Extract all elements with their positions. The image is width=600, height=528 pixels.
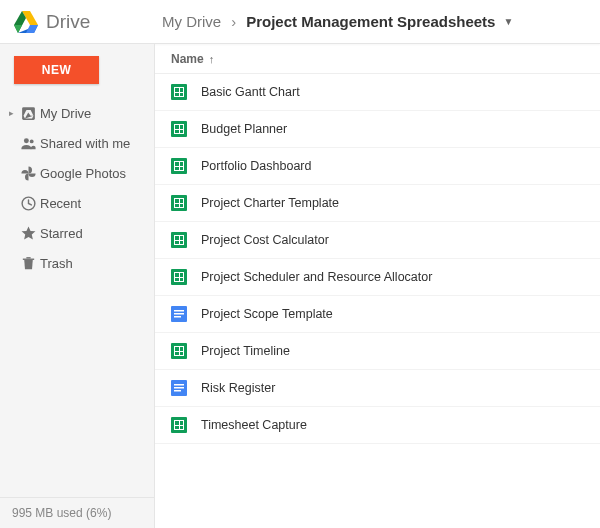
starred-icon	[16, 225, 40, 242]
sidebar-item-label: Shared with me	[40, 136, 130, 151]
recent-icon	[16, 195, 40, 212]
file-name: Project Charter Template	[201, 196, 339, 210]
sheets-icon	[171, 195, 201, 211]
file-row[interactable]: Budget Planner	[155, 111, 600, 148]
chevron-down-icon: ▼	[503, 16, 513, 27]
file-row[interactable]: Project Scheduler and Resource Allocator	[155, 259, 600, 296]
sidebar-item-label: Google Photos	[40, 166, 126, 181]
trash-icon	[16, 255, 40, 272]
svg-point-9	[23, 138, 28, 143]
new-button[interactable]: NEW	[14, 56, 99, 84]
storage-status[interactable]: 995 MB used (6%)	[0, 497, 154, 528]
file-name: Budget Planner	[201, 122, 287, 136]
sheets-icon	[171, 158, 201, 174]
sidebar-item-label: My Drive	[40, 106, 91, 121]
file-list: Name ↑ Basic Gantt ChartBudget PlannerPo…	[155, 44, 600, 528]
sidebar-item-shared[interactable]: Shared with me	[0, 128, 154, 158]
drive-logo-text: Drive	[46, 11, 90, 33]
file-name: Risk Register	[201, 381, 275, 395]
file-row[interactable]: Basic Gantt Chart	[155, 74, 600, 111]
file-row[interactable]: Portfolio Dashboard	[155, 148, 600, 185]
file-name: Portfolio Dashboard	[201, 159, 311, 173]
svg-point-10	[29, 139, 33, 143]
sheets-icon	[171, 84, 201, 100]
file-row[interactable]: Risk Register	[155, 370, 600, 407]
file-row[interactable]: Project Charter Template	[155, 185, 600, 222]
file-name: Timesheet Capture	[201, 418, 307, 432]
sheets-icon	[171, 121, 201, 137]
file-row[interactable]: Timesheet Capture	[155, 407, 600, 444]
file-name: Basic Gantt Chart	[201, 85, 300, 99]
breadcrumb-current-label: Project Management Spreadsheets	[246, 13, 495, 30]
content: NEW ▸My DriveShared with meGoogle Photos…	[0, 44, 600, 528]
file-name: Project Timeline	[201, 344, 290, 358]
sheets-icon	[171, 269, 201, 285]
breadcrumb: My Drive › Project Management Spreadshee…	[162, 13, 513, 30]
nav-list: ▸My DriveShared with meGoogle PhotosRece…	[0, 98, 154, 278]
drive-icon	[16, 105, 40, 122]
sheets-icon	[171, 417, 201, 433]
svg-marker-3	[26, 25, 38, 33]
file-name: Project Cost Calculator	[201, 233, 329, 247]
column-header-label: Name	[171, 52, 204, 66]
sidebar-item-label: Recent	[40, 196, 81, 211]
file-row[interactable]: Project Scope Template	[155, 296, 600, 333]
docs-icon	[171, 380, 201, 396]
sidebar-item-label: Trash	[40, 256, 73, 271]
sidebar-item-trash[interactable]: Trash	[0, 248, 154, 278]
photos-icon	[16, 165, 40, 182]
expand-caret-icon: ▸	[6, 108, 16, 118]
sidebar-item-starred[interactable]: Starred	[0, 218, 154, 248]
drive-logo-icon	[14, 11, 38, 33]
sidebar-item-recent[interactable]: Recent	[0, 188, 154, 218]
sidebar-item-label: Starred	[40, 226, 83, 241]
file-name: Project Scope Template	[201, 307, 333, 321]
app-header: Drive My Drive › Project Management Spre…	[0, 0, 600, 44]
file-row[interactable]: Project Cost Calculator	[155, 222, 600, 259]
docs-icon	[171, 306, 201, 322]
breadcrumb-parent[interactable]: My Drive	[162, 13, 221, 30]
sidebar-item-photos[interactable]: Google Photos	[0, 158, 154, 188]
drive-logo[interactable]: Drive	[14, 11, 162, 33]
sidebar-item-drive[interactable]: ▸My Drive	[0, 98, 154, 128]
shared-icon	[16, 135, 40, 152]
sidebar: NEW ▸My DriveShared with meGoogle Photos…	[0, 44, 155, 528]
sheets-icon	[171, 232, 201, 248]
file-rows: Basic Gantt ChartBudget PlannerPortfolio…	[155, 74, 600, 444]
chevron-right-icon: ›	[231, 13, 236, 30]
file-row[interactable]: Project Timeline	[155, 333, 600, 370]
sort-ascending-icon: ↑	[209, 53, 215, 65]
sheets-icon	[171, 343, 201, 359]
file-name: Project Scheduler and Resource Allocator	[201, 270, 432, 284]
column-header-name[interactable]: Name ↑	[155, 44, 600, 74]
breadcrumb-current[interactable]: Project Management Spreadsheets ▼	[246, 13, 513, 30]
svg-marker-4	[14, 25, 22, 33]
